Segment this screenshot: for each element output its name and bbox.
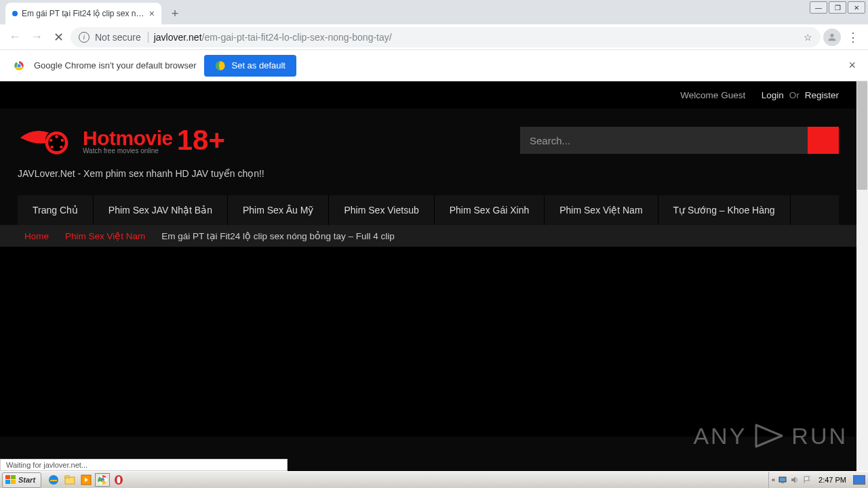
- stop-reload-button[interactable]: ✕: [49, 28, 68, 47]
- default-browser-infobar: Google Chrome isn't your default browser…: [0, 50, 868, 81]
- tab-bar: Em gái PT tại Fit24 lộ clip sex nóng b ×…: [0, 0, 868, 24]
- or-text: Or: [789, 90, 800, 100]
- chrome-menu-icon[interactable]: ⋮: [844, 30, 863, 45]
- svg-rect-14: [11, 480, 16, 484]
- register-link[interactable]: Register: [805, 90, 839, 100]
- svg-point-9: [50, 146, 54, 149]
- play-outline-icon: [752, 421, 786, 451]
- start-button[interactable]: Start: [2, 472, 41, 488]
- nav-item-aumy[interactable]: Phim Sex Âu Mỹ: [228, 195, 329, 225]
- forward-button[interactable]: →: [27, 28, 46, 47]
- address-bar[interactable]: i Not secure javlover.net/em-gai-pt-tai-…: [71, 27, 821, 47]
- svg-point-7: [61, 139, 64, 142]
- site-logo[interactable]: Hotmovie Watch free movies online 18+ JA…: [18, 122, 493, 179]
- site-tagline: JAVLover.Net - Xem phim sex nhanh HD JAV…: [18, 168, 493, 179]
- main-nav: Trang Chủ Phim Sex JAV Nhật Bản Phim Sex…: [18, 195, 839, 225]
- flame-reel-icon: [18, 122, 80, 159]
- svg-point-6: [55, 135, 58, 138]
- taskbar: Start « 2:47 PM: [0, 471, 868, 488]
- infobar-message: Google Chrome isn't your default browser: [34, 60, 196, 70]
- anyrun-watermark: ANY RUN: [693, 421, 848, 451]
- search-button[interactable]: [808, 127, 839, 154]
- tab-title: Em gái PT tại Fit24 lộ clip sex nóng b: [22, 9, 145, 18]
- nav-item-vietsub[interactable]: Phim Sex Vietsub: [329, 195, 434, 225]
- browser-tab[interactable]: Em gái PT tại Fit24 lộ clip sex nóng b ×: [5, 3, 161, 24]
- info-icon[interactable]: i: [79, 32, 90, 43]
- maximize-button[interactable]: ❐: [829, 1, 846, 14]
- svg-rect-13: [5, 480, 10, 484]
- welcome-text: Welcome Guest: [680, 90, 745, 100]
- back-button[interactable]: ←: [5, 28, 24, 47]
- windows-flag-icon: [5, 475, 16, 485]
- chrome-icon: [12, 59, 26, 73]
- breadcrumb-home[interactable]: Home: [24, 231, 49, 241]
- status-bar: Waiting for javlover.net...: [0, 459, 288, 471]
- tray-flag-icon[interactable]: [802, 475, 812, 485]
- login-link[interactable]: Login: [762, 90, 784, 100]
- tab-favicon: [12, 11, 18, 16]
- scrollbar[interactable]: [856, 81, 868, 471]
- system-tray: « 2:47 PM: [768, 472, 868, 488]
- breadcrumb: Home Phim Sex Việt Nam Em gái PT tại Fit…: [0, 225, 856, 247]
- taskbar-media-icon[interactable]: [79, 473, 94, 487]
- taskbar-clock[interactable]: 2:47 PM: [816, 476, 849, 484]
- breadcrumb-current: Em gái PT tại Fit24 lộ clip sex nóng bỏn…: [161, 230, 394, 241]
- svg-rect-11: [5, 475, 10, 479]
- security-label: Not secure: [95, 32, 149, 43]
- breadcrumb-category[interactable]: Phim Sex Việt Nam: [65, 230, 145, 241]
- content-area: [0, 247, 856, 436]
- close-window-button[interactable]: ✕: [848, 1, 865, 14]
- svg-point-10: [50, 139, 53, 142]
- svg-rect-12: [11, 475, 16, 479]
- globe-icon: [215, 60, 226, 71]
- tray-expand-icon[interactable]: «: [772, 476, 775, 483]
- search-form: [520, 127, 839, 154]
- nav-item-home[interactable]: Trang Chủ: [18, 195, 94, 225]
- scrollbar-thumb[interactable]: [857, 81, 867, 190]
- show-desktop-button[interactable]: [853, 475, 865, 485]
- browser-toolbar: ← → ✕ i Not secure javlover.net/em-gai-p…: [0, 24, 868, 50]
- taskbar-ie-icon[interactable]: [46, 473, 61, 487]
- url-text: javlover.net/em-gai-pt-tai-fit24-lo-clip…: [154, 32, 392, 43]
- page-content: Welcome Guest Login Or Register: [0, 81, 868, 471]
- svg-rect-23: [779, 477, 786, 482]
- tray-network-icon[interactable]: [778, 475, 787, 485]
- svg-rect-17: [65, 476, 69, 478]
- svg-point-22: [117, 476, 121, 483]
- svg-rect-24: [781, 482, 784, 483]
- nav-item-gaixinh[interactable]: Phim Sex Gái Xinh: [435, 195, 545, 225]
- profile-avatar[interactable]: [823, 28, 841, 46]
- nav-item-jav[interactable]: Phim Sex JAV Nhật Bản: [94, 195, 228, 225]
- search-input[interactable]: [520, 127, 808, 154]
- bookmark-star-icon[interactable]: ☆: [804, 32, 812, 43]
- nav-item-tusuong[interactable]: Tự Sướng – Khoe Hàng: [658, 195, 791, 225]
- logo-main-text: Hotmovie: [83, 127, 173, 149]
- set-default-button[interactable]: Set as default: [204, 55, 296, 77]
- svg-point-8: [60, 146, 63, 149]
- site-top-bar: Welcome Guest Login Or Register: [0, 81, 856, 108]
- infobar-close-icon[interactable]: ×: [848, 58, 856, 73]
- tray-volume-icon[interactable]: [790, 475, 800, 485]
- nav-item-vietnam[interactable]: Phim Sex Việt Nam: [545, 195, 658, 225]
- taskbar-chrome-icon[interactable]: [95, 473, 110, 487]
- taskbar-opera-icon[interactable]: [111, 473, 126, 487]
- logo-suffix: 18+: [177, 124, 225, 157]
- minimize-button[interactable]: —: [810, 1, 827, 14]
- taskbar-explorer-icon[interactable]: [62, 473, 77, 487]
- tab-close-icon[interactable]: ×: [149, 8, 155, 19]
- new-tab-button[interactable]: +: [165, 4, 184, 23]
